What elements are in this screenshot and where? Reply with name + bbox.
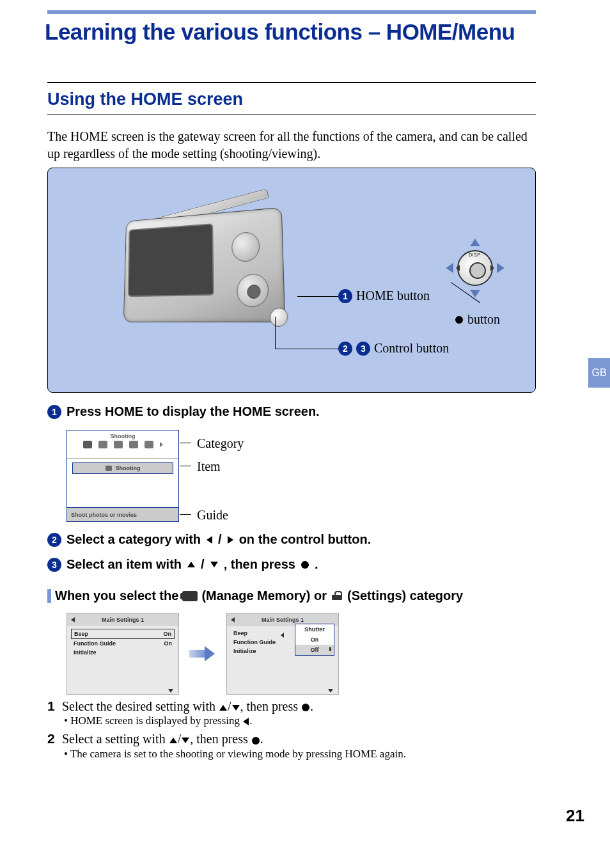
- print-icon: [114, 441, 123, 448]
- tick-left-icon: [456, 265, 460, 271]
- step-2-text-post: on the control button.: [239, 532, 371, 547]
- ss2-init-label: Initialize: [233, 648, 256, 654]
- hs-guide-text: Shoot photos or movies: [71, 512, 137, 518]
- memory-icon: [129, 441, 138, 448]
- popup-opt-shutter: Shutter: [295, 624, 334, 635]
- list-item-1: 1 Select the desired setting with /, the…: [47, 697, 536, 729]
- li1-sub-post: .: [249, 714, 252, 727]
- callout-badge-1: 1: [338, 289, 352, 303]
- back-arrow-icon: [71, 617, 75, 622]
- playback-icon: [98, 441, 107, 448]
- camera-diagram-panel: 1 HOME button button 2 3 Control button …: [47, 168, 536, 393]
- hs-callout-guide: Guide: [197, 508, 228, 523]
- disp-label: DISP: [469, 253, 480, 257]
- step-badge-2: 2: [47, 533, 61, 547]
- home-screen-mockup: Shooting Shooting Shoot photos or movies: [66, 430, 179, 522]
- ss1-init-label: Initialize: [74, 649, 97, 656]
- ss2-guide-label: Function Guide: [233, 639, 276, 645]
- ss1-title-text: Main Settings 1: [102, 617, 144, 623]
- callout-badge-3: 3: [356, 342, 370, 356]
- ss2-list: Beep Function Guide Initialize: [227, 626, 286, 658]
- callout-ctrl-label: Control button: [374, 341, 449, 356]
- center-dot-icon: [455, 316, 463, 324]
- callout-badge-2: 2: [338, 342, 352, 356]
- ss1-title: Main Settings 1: [67, 613, 178, 626]
- ss1-guide-label: Function Guide: [74, 640, 116, 647]
- scroll-down-icon-2: [328, 689, 333, 693]
- ss2-row-init: Initialize: [231, 647, 282, 656]
- transition-arrow: [189, 646, 216, 661]
- scroll-down-icon-1: [168, 689, 173, 693]
- callout-home-button: 1 HOME button: [338, 288, 430, 303]
- ss1-row-beep: Beep On: [71, 629, 175, 639]
- ss2-row-beep: Beep: [231, 629, 282, 638]
- li1-sub: • HOME screen is displayed by pressing .: [64, 714, 536, 729]
- subsection-bar-icon: [47, 589, 51, 603]
- triangle-down-icon-2: [232, 705, 240, 711]
- callout-control-button: 2 3 Control button: [338, 341, 449, 356]
- triangle-left-icon: [207, 536, 212, 544]
- step-badge-1: 1: [47, 405, 61, 419]
- step-badge-3: 3: [47, 558, 61, 572]
- list-item-2: 2 Select a setting with /, then press . …: [47, 730, 536, 761]
- chapter-title: Learning the various functions – HOME/Me…: [45, 19, 515, 45]
- hs-leader-category: [180, 443, 191, 443]
- ss2-row-guide: Function Guide: [231, 638, 282, 647]
- triangle-right-icon: [228, 536, 233, 544]
- triangle-down-icon-3: [182, 738, 189, 743]
- arrow-head-icon: [205, 646, 215, 661]
- triangle-left-icon-2: [243, 718, 249, 725]
- step-1-text: Press HOME to display the HOME screen.: [66, 404, 320, 419]
- center-dot-icon-3: [302, 704, 309, 711]
- li1-mid: , then press: [240, 699, 302, 713]
- settings-screen-2: Main Settings 1 Beep Function Guide Init…: [226, 613, 339, 695]
- arrow-right-icon: [497, 263, 504, 273]
- settings-toolbox-icon: [331, 591, 343, 601]
- toolbox-icon: [145, 441, 153, 448]
- li1-pre: Select the desired setting with: [62, 699, 219, 713]
- ss1-beep-label: Beep: [74, 631, 88, 637]
- step-2-text-pre: Select a category with: [66, 532, 201, 547]
- arrow-down-icon: [470, 290, 480, 297]
- ss1-row-guide: Function Guide On: [71, 639, 175, 648]
- center-dot-icon-2: [301, 561, 309, 569]
- li1-sub-pre: • HOME screen is displayed by pressing: [64, 714, 242, 727]
- camera-illustration: [103, 181, 301, 347]
- list-number-1: 1: [47, 697, 59, 715]
- leader-line-ctrl-h: [275, 349, 338, 349]
- ss2-popup: Shutter On Off: [295, 624, 334, 656]
- sub-mem: (Manage Memory) or: [201, 588, 327, 603]
- hs-callout-item: Item: [197, 459, 221, 474]
- hs-top-label: Shooting: [67, 433, 178, 439]
- step-3-text-pre: Select an item with: [66, 557, 182, 572]
- subsection-heading: When you select the (Manage Memory) or (…: [47, 588, 463, 603]
- popup-opt-off: Off: [295, 645, 334, 655]
- leader-line-home: [297, 296, 338, 297]
- leader-line-ctrl-v: [275, 317, 276, 349]
- section-rule-bottom: [47, 114, 536, 114]
- chapter-top-bar: [47, 10, 536, 14]
- ss2-title-text: Main Settings 1: [262, 617, 304, 623]
- hs-category-icons: [67, 441, 178, 448]
- step-3-text-post: .: [315, 557, 318, 572]
- li2-pre: Select a setting with: [62, 732, 169, 746]
- triangle-up-icon-2: [219, 705, 227, 711]
- camera-icon: [83, 441, 92, 448]
- arrow-shaft: [189, 650, 206, 658]
- settings-screen-1: Main Settings 1 Beep On Function Guide O…: [66, 613, 179, 695]
- li2-post: .: [260, 732, 263, 746]
- manage-memory-icon: [182, 591, 198, 601]
- triangle-down-icon: [210, 562, 218, 567]
- popup-opt-on: On: [295, 635, 334, 645]
- step-3: 3 Select an item with / , then press .: [47, 557, 318, 572]
- numbered-list: 1 Select the desired setting with /, the…: [47, 697, 536, 763]
- page-number: 21: [566, 806, 584, 826]
- tick-right-icon: [490, 265, 494, 271]
- hs-guide-row: Shoot photos or movies: [67, 507, 178, 521]
- li2-sub: • The camera is set to the shooting or v…: [64, 747, 536, 762]
- caret-left-icon: [281, 633, 284, 638]
- control-button-diagram: DISP: [439, 232, 511, 304]
- callout-center-button: button: [455, 312, 500, 327]
- ss1-list: Beep On Function Guide On Initialize: [67, 626, 178, 659]
- ss1-beep-value: On: [164, 631, 172, 637]
